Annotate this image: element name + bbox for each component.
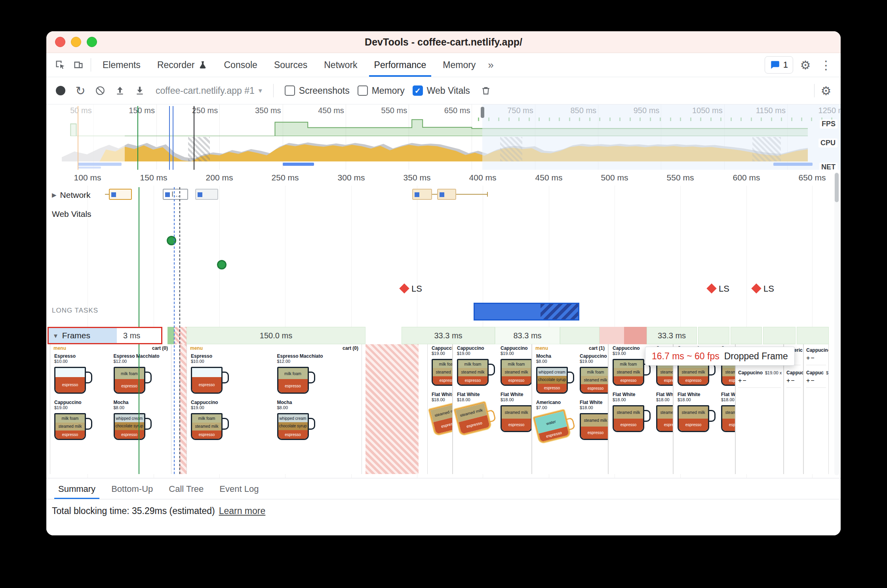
web-vital-marker[interactable] <box>217 260 227 269</box>
drawer-tab-call-tree[interactable]: Call Tree <box>161 478 211 499</box>
cup-body: milk foamsteamed milkespresso <box>613 359 644 386</box>
frame-duration-segment[interactable] <box>731 327 762 344</box>
quantity-stepper[interactable]: +− <box>806 355 826 362</box>
filmstrip-screenshot[interactable]: Cappuccino$19.00milk foamsteamed milkesp… <box>427 344 453 474</box>
web-vital-marker[interactable] <box>167 236 176 245</box>
quantity-stepper[interactable]: +− <box>806 377 826 384</box>
long-task-bar[interactable] <box>474 303 579 321</box>
learn-more-link[interactable]: Learn more <box>219 506 266 516</box>
capture-settings-gear-icon[interactable]: ⚙ <box>818 84 834 98</box>
network-request-bar[interactable] <box>437 189 456 200</box>
tab-network[interactable]: Network <box>316 53 365 77</box>
frame-duration-segment[interactable] <box>624 327 647 344</box>
coffee-name: Cappuccino <box>457 346 484 351</box>
filmstrip-screenshot[interactable]: Cappucino$19.00 x 1+−Cappuc$19.00+− <box>803 344 829 474</box>
detail-scrollbar-track[interactable] <box>834 172 839 475</box>
minimize-window-button[interactable] <box>71 37 81 47</box>
layout-shift-icon[interactable] <box>706 283 716 293</box>
clear-recording-icon[interactable] <box>92 83 108 99</box>
filmstrip-screenshot[interactable]: Cappuccino$19.00milk foamsteamed milkesp… <box>453 344 532 474</box>
tab-performance[interactable]: Performance <box>366 53 435 77</box>
frame-duration-segment[interactable] <box>174 327 187 344</box>
overview-window-handle[interactable] <box>481 107 484 118</box>
cup-body: milk foamsteamed milkespresso <box>501 359 532 386</box>
checkbox-memory[interactable]: Memory <box>358 85 405 96</box>
filmstrip-screenshot[interactable]: menucart (0)Espresso$10.00espressoEspres… <box>187 344 362 474</box>
load-profile-icon[interactable] <box>112 83 128 99</box>
tab-sources[interactable]: Sources <box>266 53 316 77</box>
checkbox-box[interactable] <box>358 85 368 96</box>
frame-duration-segment[interactable] <box>763 327 796 344</box>
minus-button[interactable]: − <box>811 377 814 384</box>
minus-button[interactable]: − <box>791 377 794 384</box>
coffee-grid: Mocha$8.00whipped creamchocolate syrupes… <box>532 352 608 444</box>
device-toolbar-icon[interactable] <box>69 56 88 74</box>
network-request-bar[interactable] <box>195 189 218 200</box>
drawer-tab-event-log[interactable]: Event Log <box>211 478 266 499</box>
minus-button[interactable]: − <box>742 377 746 384</box>
plus-button[interactable]: + <box>786 377 790 384</box>
screenshot-app-header: menucart (1) <box>532 344 608 352</box>
kebab-menu-icon[interactable]: ⋮ <box>818 58 834 72</box>
more-tabs-chevron[interactable]: » <box>484 59 497 71</box>
quantity-stepper[interactable]: +− <box>738 377 781 384</box>
timeline-overview[interactable]: 50 ms150 ms250 ms350 ms450 ms550 ms650 m… <box>46 104 841 170</box>
network-request-bar[interactable]: I... <box>163 189 188 200</box>
request-label: I... <box>171 190 179 199</box>
expand-right-icon[interactable]: ▶ <box>52 192 57 199</box>
issues-button[interactable]: 1 <box>765 56 793 74</box>
collapse-down-icon[interactable]: ▼ <box>53 332 59 339</box>
save-profile-icon[interactable] <box>132 83 148 99</box>
close-window-button[interactable] <box>55 37 65 47</box>
cup-body: steamed milkespresso <box>613 405 644 432</box>
frame-duration-segment[interactable]: 33.3 ms <box>402 327 495 344</box>
trash-icon[interactable] <box>478 83 494 99</box>
network-request-bar[interactable] <box>412 189 432 200</box>
tooltip-frame-rate: 16.7 ms ~ 60 fps <box>652 351 719 362</box>
settings-gear-icon[interactable]: ⚙ <box>797 58 814 72</box>
frame-duration-segment[interactable] <box>698 327 729 344</box>
tab-memory[interactable]: Memory <box>434 53 484 77</box>
frame-duration-segment[interactable]: 33.3 ms <box>647 327 697 344</box>
profile-select[interactable]: coffee-cart.netlify.app #1 ▾ <box>156 85 262 96</box>
detail-ruler-label: 300 ms <box>324 173 379 182</box>
cup-layer: milk foam <box>192 414 221 422</box>
checkbox-box[interactable] <box>285 85 295 96</box>
tab-elements[interactable]: Elements <box>94 53 149 77</box>
tab-recorder[interactable]: Recorder <box>149 53 216 77</box>
checkbox-web-vitals[interactable]: ✓Web Vitals <box>413 85 470 96</box>
network-request-bar[interactable] <box>109 189 132 200</box>
frame-duration-segment[interactable]: 83.3 ms <box>495 327 560 344</box>
frame-duration-segment[interactable] <box>600 327 624 344</box>
drawer-tab-bottom-up[interactable]: Bottom-Up <box>103 478 161 499</box>
long-task-striped-part <box>541 304 578 319</box>
layout-shift-icon[interactable] <box>399 283 409 293</box>
minus-button[interactable]: − <box>811 355 814 362</box>
tab-console[interactable]: Console <box>215 53 265 77</box>
frame-duration-segment[interactable]: 150.0 ms <box>187 327 365 344</box>
coffee-card: Flat White$18.00steamed milkespresso <box>721 392 735 434</box>
detail-ruler-label: 400 ms <box>455 173 510 182</box>
frame-duration-segment[interactable] <box>797 327 829 344</box>
plus-button[interactable]: + <box>806 355 810 362</box>
checkbox-screenshots[interactable]: Screenshots <box>285 85 350 96</box>
frame-duration-segment[interactable] <box>168 327 174 344</box>
layout-shift-icon[interactable] <box>751 283 761 293</box>
quantity-stepper[interactable]: +− <box>786 377 801 384</box>
layout-shift-label: LS <box>411 284 422 294</box>
network-track-label[interactable]: ▶Network <box>52 190 91 200</box>
inspect-element-icon[interactable] <box>51 56 69 74</box>
cup-layer: whipped cream <box>537 368 567 376</box>
record-button[interactable] <box>56 86 65 95</box>
drawer-tab-summary[interactable]: Summary <box>50 478 103 499</box>
plus-button[interactable]: + <box>806 377 810 384</box>
frame-duration-segment[interactable] <box>560 327 600 344</box>
zoom-window-button[interactable] <box>87 37 97 47</box>
filmstrip-screenshot[interactable]: menucart (0)Espresso$10.00espressoEspres… <box>50 344 171 474</box>
reload-and-record-icon[interactable]: ↻ <box>72 83 88 99</box>
filmstrip-screenshot[interactable]: menucart (1)Mocha$8.00whipped creamchoco… <box>532 344 608 474</box>
detail-scrollbar-thumb[interactable] <box>835 173 839 202</box>
checkbox-box[interactable]: ✓ <box>413 85 423 96</box>
frames-track-header[interactable]: ▼Frames <box>49 328 117 343</box>
plus-button[interactable]: + <box>738 377 742 384</box>
